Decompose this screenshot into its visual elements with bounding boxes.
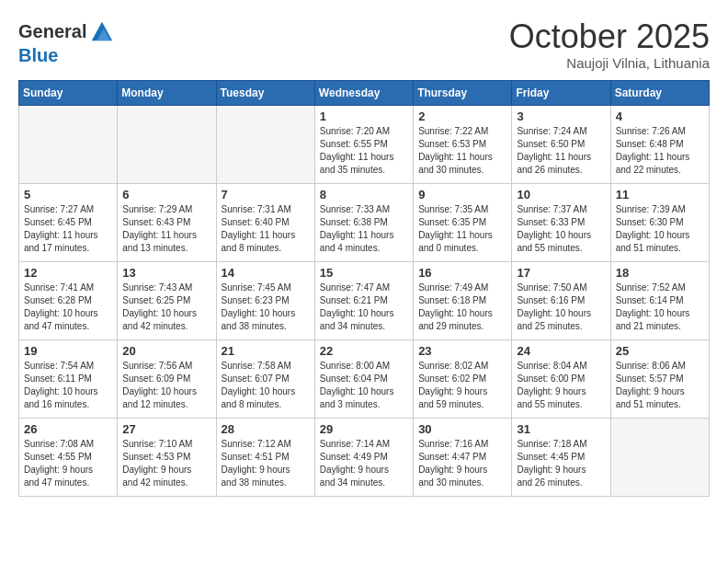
day-info: Sunrise: 7:43 AMSunset: 6:25 PMDaylight:… [122,282,210,333]
day-number: 3 [517,109,605,123]
day-info: Sunrise: 7:45 AMSunset: 6:23 PMDaylight:… [222,282,310,333]
day-info: Sunrise: 7:35 AMSunset: 6:35 PMDaylight:… [418,203,506,255]
week-row-2: 5Sunrise: 7:27 AMSunset: 6:45 PMDaylight… [19,183,710,261]
logo-text: General Blue [18,18,114,66]
day-info: Sunrise: 7:16 AMSunset: 4:47 PMDaylight:… [418,438,506,489]
calendar-cell [216,105,314,183]
day-number: 11 [616,188,704,201]
day-info: Sunrise: 7:33 AMSunset: 6:38 PMDaylight:… [320,203,408,255]
week-row-3: 12Sunrise: 7:41 AMSunset: 6:28 PMDayligh… [19,261,710,339]
day-info: Sunrise: 7:18 AMSunset: 4:45 PMDaylight:… [517,438,605,489]
calendar-cell: 16Sunrise: 7:49 AMSunset: 6:18 PMDayligh… [414,261,512,339]
day-info: Sunrise: 7:56 AMSunset: 6:09 PMDaylight:… [122,360,210,411]
weekday-header-saturday: Saturday [610,80,709,105]
day-number: 14 [222,266,310,280]
day-number: 28 [222,422,310,436]
day-info: Sunrise: 7:52 AMSunset: 6:14 PMDaylight:… [616,282,704,333]
day-number: 7 [222,188,310,201]
calendar-cell: 19Sunrise: 7:54 AMSunset: 6:11 PMDayligh… [19,339,118,418]
day-info: Sunrise: 7:29 AMSunset: 6:43 PMDaylight:… [122,203,210,255]
calendar-cell: 5Sunrise: 7:27 AMSunset: 6:45 PMDaylight… [19,183,118,261]
day-number: 9 [418,188,506,201]
day-info: Sunrise: 7:54 AMSunset: 6:11 PMDaylight:… [24,360,112,411]
calendar-cell: 30Sunrise: 7:16 AMSunset: 4:47 PMDayligh… [414,418,512,496]
day-number: 30 [418,422,506,436]
weekday-header-tuesday: Tuesday [216,80,314,105]
weekday-header-friday: Friday [512,80,610,105]
day-info: Sunrise: 8:02 AMSunset: 6:02 PMDaylight:… [418,360,506,411]
calendar-cell: 4Sunrise: 7:26 AMSunset: 6:48 PMDaylight… [610,105,709,183]
day-info: Sunrise: 8:00 AMSunset: 6:04 PMDaylight:… [320,360,408,411]
day-info: Sunrise: 7:37 AMSunset: 6:33 PMDaylight:… [517,203,605,255]
page-header: General Blue October 2025 Naujoji Vilnia… [18,18,710,71]
logo-general: General [18,21,86,41]
calendar-cell: 10Sunrise: 7:37 AMSunset: 6:33 PMDayligh… [512,183,610,261]
day-info: Sunrise: 7:39 AMSunset: 6:30 PMDaylight:… [616,203,704,255]
calendar-cell: 23Sunrise: 8:02 AMSunset: 6:02 PMDayligh… [414,339,512,418]
day-number: 1 [320,109,408,123]
day-info: Sunrise: 8:04 AMSunset: 6:00 PMDaylight:… [517,360,605,411]
day-number: 21 [222,344,310,358]
day-number: 31 [517,422,605,436]
calendar-cell: 6Sunrise: 7:29 AMSunset: 6:43 PMDaylight… [118,183,216,261]
calendar-cell: 2Sunrise: 7:22 AMSunset: 6:53 PMDaylight… [414,105,512,183]
day-info: Sunrise: 7:27 AMSunset: 6:45 PMDaylight:… [24,203,112,255]
calendar-cell: 8Sunrise: 7:33 AMSunset: 6:38 PMDaylight… [314,183,413,261]
day-number: 23 [418,344,506,358]
calendar-cell: 18Sunrise: 7:52 AMSunset: 6:14 PMDayligh… [610,261,709,339]
calendar-cell: 15Sunrise: 7:47 AMSunset: 6:21 PMDayligh… [314,261,413,339]
calendar-cell: 31Sunrise: 7:18 AMSunset: 4:45 PMDayligh… [512,418,610,496]
day-info: Sunrise: 7:08 AMSunset: 4:55 PMDaylight:… [24,438,112,489]
logo: General Blue [18,18,114,66]
day-number: 8 [320,188,408,201]
day-number: 13 [122,266,210,280]
month-title: October 2025 [509,18,710,55]
day-info: Sunrise: 8:06 AMSunset: 5:57 PMDaylight:… [616,360,704,411]
week-row-1: 1Sunrise: 7:20 AMSunset: 6:55 PMDaylight… [19,105,710,183]
calendar-cell: 14Sunrise: 7:45 AMSunset: 6:23 PMDayligh… [216,261,314,339]
day-info: Sunrise: 7:31 AMSunset: 6:40 PMDaylight:… [222,203,310,255]
calendar-cell: 1Sunrise: 7:20 AMSunset: 6:55 PMDaylight… [314,105,413,183]
weekday-header-thursday: Thursday [414,80,512,105]
day-number: 27 [122,422,210,436]
calendar-cell: 11Sunrise: 7:39 AMSunset: 6:30 PMDayligh… [610,183,709,261]
weekday-header-monday: Monday [118,80,216,105]
location: Naujoji Vilnia, Lithuania [509,55,710,71]
day-number: 12 [24,266,112,280]
calendar-cell: 28Sunrise: 7:12 AMSunset: 4:51 PMDayligh… [216,418,314,496]
calendar-cell: 12Sunrise: 7:41 AMSunset: 6:28 PMDayligh… [19,261,118,339]
day-number: 17 [517,266,605,280]
day-info: Sunrise: 7:10 AMSunset: 4:53 PMDaylight:… [122,438,210,489]
day-info: Sunrise: 7:49 AMSunset: 6:18 PMDaylight:… [418,282,506,333]
day-info: Sunrise: 7:22 AMSunset: 6:53 PMDaylight:… [418,125,506,177]
day-number: 5 [24,188,112,201]
day-info: Sunrise: 7:20 AMSunset: 6:55 PMDaylight:… [320,125,408,177]
calendar-cell: 25Sunrise: 8:06 AMSunset: 5:57 PMDayligh… [610,339,709,418]
calendar-cell: 20Sunrise: 7:56 AMSunset: 6:09 PMDayligh… [118,339,216,418]
weekday-header-sunday: Sunday [19,80,118,105]
calendar-cell: 7Sunrise: 7:31 AMSunset: 6:40 PMDaylight… [216,183,314,261]
day-number: 4 [616,109,704,123]
logo-icon [88,18,114,44]
calendar-cell: 9Sunrise: 7:35 AMSunset: 6:35 PMDaylight… [414,183,512,261]
calendar-cell: 27Sunrise: 7:10 AMSunset: 4:53 PMDayligh… [118,418,216,496]
logo-blue: Blue [18,45,58,65]
calendar-cell [610,418,709,496]
week-row-4: 19Sunrise: 7:54 AMSunset: 6:11 PMDayligh… [19,339,710,418]
day-info: Sunrise: 7:14 AMSunset: 4:49 PMDaylight:… [320,438,408,489]
day-number: 15 [320,266,408,280]
day-number: 22 [320,344,408,358]
day-number: 19 [24,344,112,358]
calendar-cell: 13Sunrise: 7:43 AMSunset: 6:25 PMDayligh… [118,261,216,339]
day-number: 25 [616,344,704,358]
day-number: 2 [418,109,506,123]
day-number: 18 [616,266,704,280]
calendar-cell: 26Sunrise: 7:08 AMSunset: 4:55 PMDayligh… [19,418,118,496]
calendar-cell [118,105,216,183]
day-info: Sunrise: 7:41 AMSunset: 6:28 PMDaylight:… [24,282,112,333]
calendar-cell: 3Sunrise: 7:24 AMSunset: 6:50 PMDaylight… [512,105,610,183]
weekday-header-row: SundayMondayTuesdayWednesdayThursdayFrid… [19,80,710,105]
day-number: 10 [517,188,605,201]
title-block: October 2025 Naujoji Vilnia, Lithuania [509,18,710,71]
day-number: 6 [122,188,210,201]
